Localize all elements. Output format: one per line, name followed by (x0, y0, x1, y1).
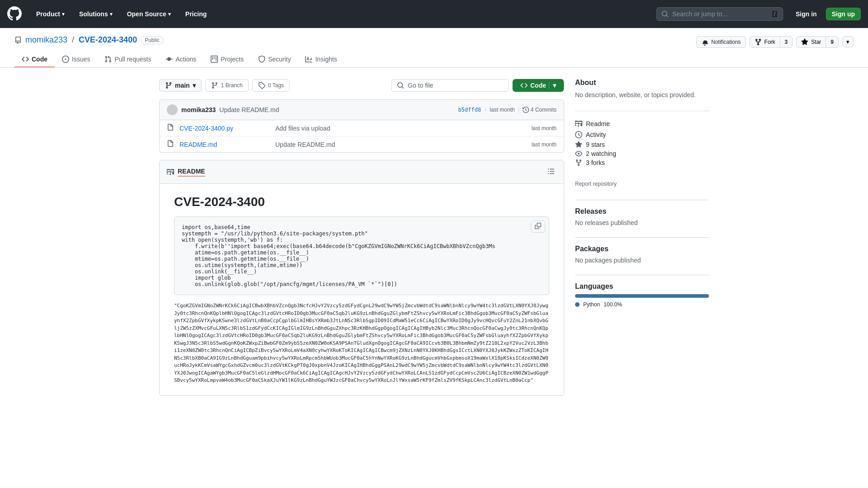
sidebar-report-link[interactable]: Report repository (575, 181, 617, 187)
readme-title: README (167, 168, 205, 177)
code-content: import os,base64,time systempth = "/usr/… (182, 224, 542, 287)
search-bar[interactable]: Search or jump to... / (656, 7, 783, 21)
code-button-label: Code (530, 82, 546, 89)
commit-message[interactable]: Update README.md (219, 106, 279, 113)
readme-book-icon (167, 169, 174, 176)
readme-list-view-button[interactable] (546, 166, 557, 178)
sidebar-activity-link[interactable]: Activity (575, 129, 709, 140)
repo-header-actions: Notifications Fork 3 Star 9 (696, 36, 854, 48)
tab-code-label: Code (32, 56, 47, 63)
copy-code-button[interactable] (531, 221, 545, 233)
file-row: CVE-2024-3400.py Add files via upload la… (160, 120, 564, 136)
branches-chip-icon (211, 82, 218, 89)
default-avatar-icon (167, 104, 178, 115)
file-row: README.md Update README.md last month (160, 136, 564, 152)
branch-chips: 1 Branch 0 Tags (205, 79, 290, 92)
language-name: Python (583, 301, 600, 308)
sidebar-packages-title: Packages (575, 245, 709, 253)
repo-title-row: momika233 / CVE-2024-3400 Public (14, 35, 164, 45)
branch-selector[interactable]: main ▾ (159, 79, 202, 92)
go-to-file-input[interactable]: Go to file (391, 79, 509, 92)
bell-icon (701, 38, 708, 46)
tags-chip[interactable]: 0 Tags (252, 79, 290, 92)
tab-actions-label: Actions (175, 56, 196, 63)
file-type-icon-0 (167, 124, 174, 132)
code-dropdown-chevron-icon[interactable]: ▾ (549, 82, 556, 89)
tab-actions[interactable]: Actions (158, 52, 203, 67)
file-search: Go to file (391, 79, 509, 92)
branch-chevron-icon: ▾ (193, 82, 196, 89)
star-button[interactable]: Star (797, 37, 826, 47)
file-name-1[interactable]: README.md (179, 141, 270, 148)
ellipsis-icon: ▾ (846, 38, 849, 45)
nav-pricing[interactable]: Pricing (182, 9, 210, 19)
tab-security[interactable]: Security (251, 52, 298, 67)
readme-container: README CVE-2024-3400 import os,base64,ti… (159, 160, 564, 396)
sidebar-divider-4 (575, 275, 709, 275)
tags-count-label: 0 Tags (268, 82, 284, 89)
sidebar-links-section: Readme Activity 9 stars 2 watching 3 for… (575, 118, 709, 167)
commit-hash[interactable]: b5dffd8 (458, 107, 481, 113)
file-browser-header: main ▾ 1 Branch 0 Tags Go to file (159, 79, 564, 92)
star-count[interactable]: 9 (826, 37, 838, 47)
repo-owner-link[interactable]: momika233 (25, 35, 67, 45)
tab-code[interactable]: Code (14, 52, 55, 67)
sidebar-languages-section: Languages Python 100.0% (575, 282, 709, 308)
search-placeholder-text: Search or jump to... (672, 10, 768, 18)
code-tab-icon (22, 56, 29, 63)
sidebar-no-packages: No packages published (575, 257, 709, 264)
sidebar-divider-3 (575, 237, 709, 238)
tab-pr-label: Pull requests (114, 56, 151, 63)
sidebar-fork-icon (575, 159, 582, 166)
search-icon (661, 10, 669, 18)
nav-solutions[interactable]: Solutions ▾ (75, 9, 116, 19)
nav-open-source[interactable]: Open Source ▾ (123, 9, 175, 19)
file-date-0: last month (532, 125, 557, 131)
sidebar-divider-1 (575, 111, 709, 111)
commits-history-link[interactable]: 4 Commits (519, 107, 557, 113)
signup-button[interactable]: Sign up (826, 8, 861, 20)
commit-author[interactable]: momika233 (181, 106, 216, 113)
go-to-file-placeholder: Go to file (408, 82, 433, 89)
sidebar-eye-icon (575, 150, 582, 157)
fork-count[interactable]: 3 (780, 37, 793, 47)
notifications-button[interactable]: Notifications (696, 36, 745, 48)
file-type-icon-1 (167, 140, 174, 149)
tab-insights[interactable]: Insights (298, 52, 344, 67)
sidebar-releases-section: Releases No releases published (575, 207, 709, 226)
file-table: CVE-2024-3400.py Add files via upload la… (159, 120, 564, 153)
signin-button[interactable]: Sign in (790, 8, 822, 20)
repo-name-link[interactable]: CVE-2024-3400 (79, 35, 137, 45)
nav-product[interactable]: Product ▾ (33, 9, 68, 19)
sidebar-readme-link[interactable]: Readme (575, 118, 709, 129)
sidebar-about-section: About No description, website, or topics… (575, 79, 709, 100)
sidebar-forks-count: 3 forks (586, 159, 605, 166)
readme-base64-text: "CgoKZGVmIGNoZWNrKCk6CiAgICBwbXBhbVZcnQg… (174, 302, 549, 385)
commit-avatar (167, 104, 178, 115)
commit-row: momika233 Update README.md b5dffd8 · las… (159, 99, 564, 120)
security-tab-icon (258, 56, 265, 63)
main-content: main ▾ 1 Branch 0 Tags Go to file (145, 68, 723, 407)
list-view-icon (547, 168, 555, 175)
file-name-0[interactable]: CVE-2024-3400.py (179, 125, 270, 132)
more-actions-button[interactable]: ▾ (842, 36, 854, 47)
tab-pull-requests[interactable]: Pull requests (97, 52, 158, 67)
tab-issues[interactable]: Issues (55, 52, 97, 67)
sidebar-divider-2 (575, 200, 709, 200)
tab-insights-label: Insights (315, 56, 337, 63)
sidebar-no-releases: No releases published (575, 219, 709, 226)
tab-projects[interactable]: Projects (203, 52, 251, 67)
branches-chip[interactable]: 1 Branch (205, 79, 249, 92)
language-pct: 100.0% (604, 301, 622, 308)
repo-sidebar: About No description, website, or topics… (575, 79, 709, 396)
sidebar-stars-stat: 9 stars (575, 140, 709, 149)
code-button-group: Code ▾ (512, 79, 564, 92)
code-button[interactable]: Code ▾ (513, 79, 564, 92)
github-logo[interactable] (7, 6, 22, 22)
repo-main: main ▾ 1 Branch 0 Tags Go to file (159, 79, 564, 396)
readme-actions (546, 166, 557, 178)
language-item-python: Python 100.0% (575, 301, 709, 308)
language-dot-python (575, 302, 580, 307)
fork-button[interactable]: Fork (750, 37, 780, 47)
sidebar-report-row: Report repository (575, 178, 709, 192)
